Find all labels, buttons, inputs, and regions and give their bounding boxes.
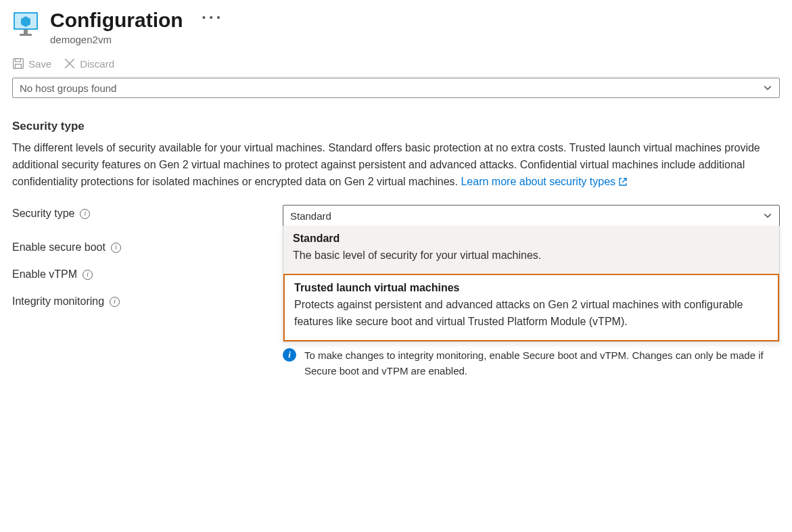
security-type-dropdown: Standard The basic level of security for… (283, 226, 780, 341)
vtpm-label: Enable vTPM (12, 268, 77, 281)
vm-monitor-icon (12, 11, 39, 38)
host-group-select[interactable]: No host groups found (12, 78, 780, 98)
host-group-placeholder: No host groups found (20, 82, 116, 94)
chevron-down-icon (763, 211, 772, 220)
learn-more-link[interactable]: Learn more about security types (461, 174, 628, 191)
external-link-icon (618, 177, 628, 187)
chevron-down-icon (763, 83, 772, 93)
svg-rect-7 (16, 64, 22, 68)
security-type-label: Security type (12, 208, 74, 220)
info-solid-icon: i (283, 348, 296, 362)
option-standard[interactable]: Standard The basic level of security for… (283, 226, 779, 274)
save-icon (12, 57, 24, 70)
integrity-monitoring-label: Integrity monitoring (12, 295, 104, 308)
svg-rect-3 (24, 30, 28, 34)
more-icon[interactable]: • • • (202, 12, 220, 24)
security-type-select[interactable]: Standard (283, 205, 780, 226)
info-icon[interactable]: i (80, 209, 90, 219)
toolbar: Save Discard (12, 57, 780, 77)
save-button[interactable]: Save (12, 57, 51, 70)
integrity-info-box: i To make changes to integrity monitorin… (283, 348, 780, 379)
security-type-heading: Security type (12, 120, 780, 133)
svg-rect-6 (16, 59, 21, 62)
page-title: Configuration • • • (50, 8, 780, 32)
security-type-description: The different levels of security availab… (12, 140, 770, 190)
resource-name-subtitle: demogen2vm (50, 34, 780, 45)
discard-button[interactable]: Discard (64, 57, 114, 70)
info-icon[interactable]: i (110, 297, 120, 307)
secure-boot-label: Enable secure boot (12, 241, 106, 253)
svg-rect-4 (20, 34, 32, 36)
info-icon[interactable]: i (111, 243, 121, 253)
info-icon[interactable]: i (83, 270, 93, 280)
close-icon (64, 57, 76, 70)
option-trusted-launch[interactable]: Trusted launch virtual machines Protects… (283, 274, 779, 341)
